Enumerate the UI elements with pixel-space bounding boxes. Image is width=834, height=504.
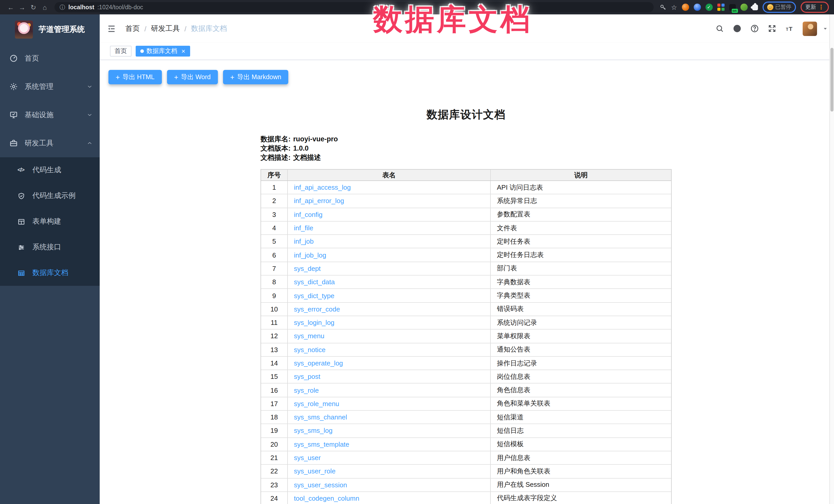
table-row: 9 sys_dict_type 字典类型表 bbox=[261, 289, 671, 303]
chevron-down-icon[interactable] bbox=[823, 26, 828, 31]
logo-image bbox=[15, 20, 33, 38]
sidebar-item-form-builder[interactable]: 表单构建 bbox=[0, 209, 100, 234]
table-row: 1 inf_api_access_log API 访问日志表 bbox=[261, 181, 671, 195]
sidebar-item-label: 代码生成 bbox=[32, 166, 61, 175]
bookmark-star-icon[interactable]: ☆ bbox=[671, 3, 677, 11]
table-name-link[interactable]: sys_login_log bbox=[294, 319, 334, 326]
screen: ← → ↻ ⌂ ⓘ localhost:1024/tool/db-doc ☆ ✓… bbox=[0, 0, 834, 504]
table-name-link[interactable]: sys_dict_type bbox=[294, 292, 334, 300]
row-description: 定时任务表 bbox=[490, 235, 671, 248]
export-markdown-button[interactable]: + 导出 Markdown bbox=[223, 70, 288, 84]
sidebar-item-system[interactable]: 系统管理 bbox=[0, 72, 100, 101]
row-seq: 5 bbox=[261, 235, 287, 248]
extension-icon-green[interactable] bbox=[740, 4, 747, 11]
tag-close-icon[interactable]: × bbox=[181, 48, 185, 54]
extension-icon-shield-check[interactable]: ✓ bbox=[705, 4, 712, 11]
table-name-link[interactable]: tool_codegen_column bbox=[294, 495, 359, 502]
extension-icon-pin[interactable] bbox=[694, 4, 701, 11]
chevron-up-icon bbox=[87, 140, 92, 146]
sidebar-item-db-doc[interactable]: 数据库文档 bbox=[0, 260, 100, 286]
sidebar-item-label: 系统管理 bbox=[25, 82, 53, 91]
sidebar-item-api[interactable]: 系统接口 bbox=[0, 234, 100, 260]
browser-back-icon[interactable]: ← bbox=[5, 3, 17, 11]
table-name-link[interactable]: sys_sms_template bbox=[294, 440, 349, 448]
column-header-seq: 序号 bbox=[261, 170, 287, 180]
sidebar-item-label: 表单构建 bbox=[32, 217, 61, 226]
fullscreen-icon[interactable] bbox=[768, 24, 776, 33]
table-name-link[interactable]: sys_notice bbox=[294, 346, 326, 353]
table-name-link[interactable]: sys_user bbox=[294, 454, 321, 462]
browser-update-button[interactable]: 更新 ⋮ bbox=[800, 2, 829, 13]
tag-label: 首页 bbox=[115, 47, 127, 56]
scrollbar-thumb[interactable] bbox=[830, 48, 833, 112]
user-avatar[interactable] bbox=[803, 21, 817, 36]
export-html-button[interactable]: + 导出 HTML bbox=[108, 70, 161, 84]
app-title: 芋道管理系统 bbox=[39, 24, 85, 34]
search-icon[interactable] bbox=[715, 24, 724, 33]
browser-forward-icon[interactable]: → bbox=[17, 3, 28, 11]
tag-db-doc[interactable]: 数据库文档 × bbox=[136, 46, 190, 57]
breadcrumb-separator: / bbox=[145, 24, 147, 32]
table-name-link[interactable]: sys_operate_log bbox=[294, 359, 343, 367]
table-name-link[interactable]: sys_dict_data bbox=[294, 278, 335, 286]
table-name-link[interactable]: inf_config bbox=[294, 211, 323, 218]
extensions-puzzle-icon[interactable] bbox=[752, 4, 758, 10]
table-row: 11 sys_login_log 系统访问记录 bbox=[261, 316, 671, 330]
breadcrumb-devtools[interactable]: 研发工具 bbox=[151, 24, 180, 33]
table-row: 19 sys_sms_log 短信日志 bbox=[261, 424, 671, 438]
extension-icon-dark-on[interactable]: on bbox=[729, 4, 736, 10]
row-seq: 7 bbox=[261, 262, 287, 275]
table-row: 24 tool_codegen_column 代码生成表字段定义 bbox=[261, 492, 671, 504]
sidebar-item-devtools[interactable]: 研发工具 bbox=[0, 129, 100, 157]
table-name-link[interactable]: sys_sms_channel bbox=[294, 413, 347, 421]
table-name-link[interactable]: sys_error_code bbox=[294, 305, 340, 313]
key-icon[interactable] bbox=[660, 4, 666, 10]
table-name-link[interactable]: sys_role_menu bbox=[294, 400, 339, 408]
table-name-link[interactable]: inf_api_error_log bbox=[294, 197, 344, 205]
breadcrumb-home[interactable]: 首页 bbox=[125, 24, 140, 33]
table-name-link[interactable]: inf_file bbox=[294, 224, 313, 232]
site-info-icon[interactable]: ⓘ bbox=[60, 3, 65, 11]
extension-icon-colorful[interactable] bbox=[717, 4, 724, 11]
button-label: 导出 HTML bbox=[122, 73, 154, 82]
row-description: 菜单权限表 bbox=[490, 330, 671, 343]
browser-menu-icon[interactable]: ⋮ bbox=[818, 4, 824, 10]
row-description: 角色和菜单关联表 bbox=[490, 397, 671, 411]
sidebar: 芋道管理系统 首页 系统管理 基础设施 研发工具 bbox=[0, 15, 100, 504]
table-name-link[interactable]: inf_job bbox=[294, 238, 314, 245]
table-name-link[interactable]: inf_api_access_log bbox=[294, 183, 351, 191]
extension-icon-orange[interactable] bbox=[682, 4, 689, 11]
table-row: 15 sys_post 岗位信息表 bbox=[261, 370, 671, 384]
collapse-sidebar-icon[interactable] bbox=[107, 24, 116, 33]
gear-icon bbox=[9, 82, 18, 91]
address-bar[interactable]: ⓘ localhost:1024/tool/db-doc bbox=[54, 2, 654, 12]
info-label: 文档版本: bbox=[261, 145, 291, 152]
table-name-link[interactable]: sys_sms_log bbox=[294, 427, 332, 435]
chevron-down-icon bbox=[87, 112, 92, 118]
sidebar-item-infra[interactable]: 基础设施 bbox=[0, 101, 100, 129]
scrollbar-track[interactable] bbox=[829, 15, 834, 504]
tag-home[interactable]: 首页 bbox=[110, 46, 132, 57]
app-logo[interactable]: 芋道管理系统 bbox=[0, 15, 100, 44]
row-seq: 19 bbox=[261, 424, 287, 437]
export-word-button[interactable]: + 导出 Word bbox=[167, 70, 218, 84]
paused-extension-badge[interactable]: ☺ 已暂停 bbox=[762, 2, 796, 13]
table-name-link[interactable]: inf_job_log bbox=[294, 251, 326, 259]
form-icon bbox=[18, 218, 25, 225]
app-header: 首页 / 研发工具 / 数据库文档 TT bbox=[100, 15, 834, 43]
help-icon[interactable] bbox=[750, 24, 759, 33]
table-name-link[interactable]: sys_user_session bbox=[294, 481, 347, 488]
sidebar-item-codegen[interactable]: </> 代码生成 bbox=[0, 157, 100, 183]
table-name-link[interactable]: sys_menu bbox=[294, 332, 325, 340]
sidebar-item-home[interactable]: 首页 bbox=[0, 44, 100, 72]
browser-home-icon[interactable]: ⌂ bbox=[39, 3, 50, 11]
github-icon[interactable] bbox=[733, 24, 742, 33]
table-name-link[interactable]: sys_dept bbox=[294, 265, 321, 272]
main-area: 首页 / 研发工具 / 数据库文档 TT 首页 数据库文 bbox=[100, 15, 834, 504]
sidebar-item-codegen-example[interactable]: 代码生成示例 bbox=[0, 183, 100, 209]
table-name-link[interactable]: sys_post bbox=[294, 373, 321, 381]
table-name-link[interactable]: sys_role bbox=[294, 386, 319, 394]
table-name-link[interactable]: sys_user_role bbox=[294, 467, 335, 475]
browser-reload-icon[interactable]: ↻ bbox=[28, 3, 39, 11]
font-size-icon[interactable]: TT bbox=[785, 24, 794, 33]
